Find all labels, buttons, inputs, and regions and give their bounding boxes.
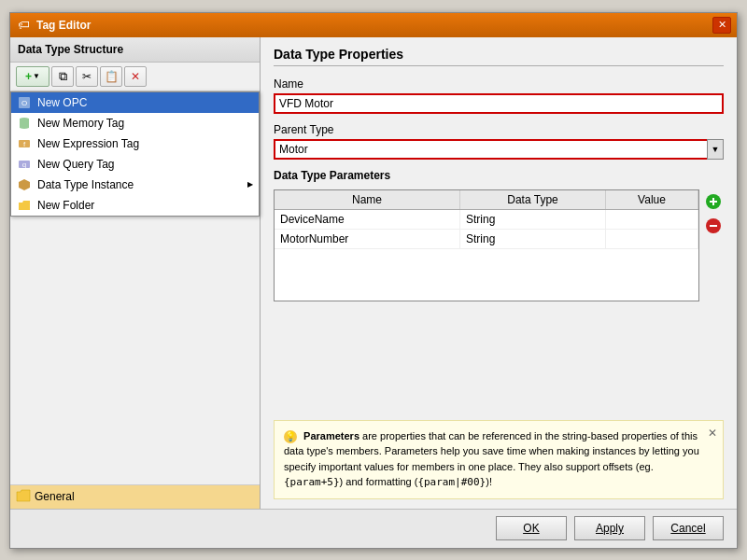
- titlebar: 🏷 Tag Editor ✕: [10, 13, 737, 37]
- params-table-wrapper: Name Data Type Value DeviceName String: [274, 189, 724, 301]
- ok-button[interactable]: OK: [496, 516, 567, 540]
- row1-value: [606, 209, 698, 229]
- delete-icon: ✕: [131, 70, 140, 83]
- menu-item-new-expression-tag[interactable]: f New Expression Tag: [11, 133, 259, 154]
- col-header-datatype: Data Type: [460, 190, 606, 210]
- cut-button[interactable]: ✂: [76, 66, 98, 87]
- col-header-name: Name: [275, 190, 460, 210]
- titlebar-title: Tag Editor: [36, 19, 712, 32]
- cancel-label: Cancel: [670, 522, 705, 535]
- parent-type-label: Parent Type: [274, 123, 724, 136]
- add-dropdown-menu: O New OPC New Memory Tag f New Expressio…: [10, 91, 260, 217]
- col-header-value: Value: [606, 190, 698, 210]
- row2-name: MotorNumber: [275, 229, 460, 248]
- parent-type-container: ▼: [274, 139, 724, 160]
- tree-area[interactable]: [10, 217, 260, 477]
- memory-tag-icon: [17, 116, 32, 131]
- data-type-instance-icon: [17, 177, 32, 192]
- ok-label: OK: [523, 522, 539, 535]
- apply-label: Apply: [596, 522, 624, 535]
- new-folder-icon: [17, 198, 32, 213]
- info-box-close-button[interactable]: ✕: [708, 425, 717, 441]
- content-area: Data Type Structure + ▼ ⧉ ✂ 📋 ✕: [10, 37, 737, 509]
- titlebar-icon: 🏷: [16, 18, 31, 33]
- plus-icon: +: [25, 70, 32, 83]
- parent-type-dropdown-arrow[interactable]: ▼: [707, 139, 724, 160]
- params-header: Data Type Parameters: [274, 169, 724, 182]
- params-table-container: Name Data Type Value DeviceName String: [274, 189, 699, 301]
- table-buttons: [703, 189, 724, 301]
- folder-section: General: [10, 484, 260, 509]
- left-panel-header: Data Type Structure: [10, 37, 260, 63]
- row1-datatype: String: [460, 209, 606, 229]
- cancel-button[interactable]: Cancel: [653, 516, 724, 540]
- paste-icon: 📋: [105, 70, 119, 83]
- add-button[interactable]: + ▼: [16, 66, 49, 87]
- folder-icon: [16, 489, 31, 505]
- cut-icon: ✂: [82, 70, 92, 83]
- parent-type-section: Parent Type ▼: [274, 123, 724, 160]
- panel-header: Data Type Properties: [274, 47, 724, 66]
- expression-tag-icon: f: [17, 136, 32, 151]
- name-input[interactable]: [274, 93, 724, 114]
- table-row: MotorNumber String: [275, 229, 698, 248]
- tag-editor-window: 🏷 Tag Editor ✕ Data Type Structure + ▼ ⧉…: [9, 12, 738, 549]
- bottom-bar: OK Apply Cancel: [10, 509, 737, 548]
- row2-datatype: String: [460, 229, 606, 248]
- dropdown-arrow-icon: ▼: [33, 72, 40, 80]
- menu-item-new-query-tag[interactable]: q New Query Tag: [11, 154, 259, 175]
- close-button[interactable]: ✕: [712, 17, 731, 34]
- table-row: DeviceName String: [275, 209, 698, 229]
- general-folder-label: General: [35, 490, 75, 503]
- remove-param-button[interactable]: [703, 216, 724, 236]
- svg-text:q: q: [22, 161, 26, 169]
- paste-button[interactable]: 📋: [100, 66, 122, 87]
- name-label: Name: [274, 77, 724, 91]
- apply-button[interactable]: Apply: [574, 516, 645, 540]
- info-text: Parameters are properties that can be re…: [284, 430, 699, 488]
- add-param-button[interactable]: [703, 191, 724, 212]
- copy-icon: ⧉: [59, 69, 67, 84]
- name-section: Name: [274, 77, 724, 114]
- delete-button[interactable]: ✕: [124, 66, 147, 87]
- parent-type-input[interactable]: [274, 139, 707, 160]
- svg-text:O: O: [21, 99, 27, 107]
- query-tag-icon: q: [17, 157, 32, 172]
- row1-name: DeviceName: [275, 209, 460, 229]
- opc-icon: O: [17, 95, 32, 110]
- menu-item-new-opc[interactable]: O New OPC: [11, 92, 259, 113]
- row2-value: [606, 229, 698, 248]
- info-box: ✕ 💡 Parameters are properties that can b…: [274, 420, 724, 499]
- params-table: Name Data Type Value DeviceName String: [275, 190, 698, 249]
- menu-item-new-folder[interactable]: New Folder: [11, 195, 259, 216]
- info-icon: 💡: [284, 430, 297, 443]
- left-panel: Data Type Structure + ▼ ⧉ ✂ 📋 ✕: [10, 37, 261, 509]
- menu-item-new-memory-tag[interactable]: New Memory Tag: [11, 113, 259, 133]
- general-folder[interactable]: General: [10, 485, 260, 509]
- toolbar: + ▼ ⧉ ✂ 📋 ✕: [10, 63, 260, 91]
- params-section: Data Type Parameters Name Data Type Valu…: [274, 169, 724, 411]
- copy-button[interactable]: ⧉: [51, 66, 74, 87]
- menu-item-data-type-instance[interactable]: Data Type Instance: [11, 175, 259, 195]
- right-panel: Data Type Properties Name Parent Type ▼ …: [261, 37, 737, 509]
